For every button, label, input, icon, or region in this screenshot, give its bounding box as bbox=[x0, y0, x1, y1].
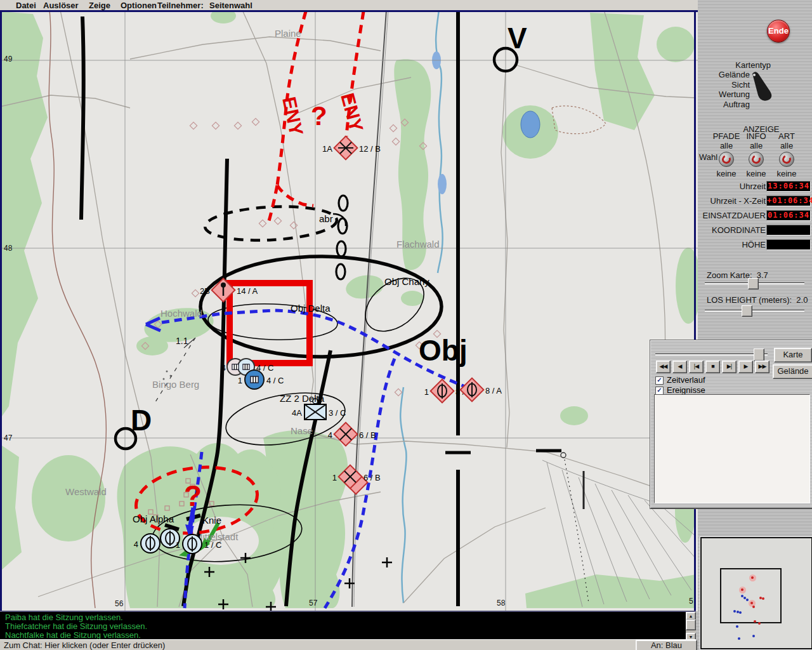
map-window[interactable]: PlaineFlachwaldHochwaldBingo BergWestwal… bbox=[0, 10, 698, 611]
anzeige-column-art: ARTallekeine bbox=[771, 131, 802, 178]
minimap-dot bbox=[733, 610, 736, 613]
los-slider-track[interactable] bbox=[705, 310, 804, 312]
clock-row: HÖHE bbox=[698, 239, 812, 250]
menu-item-optionen[interactable]: Optionen bbox=[121, 1, 157, 10]
clock-value bbox=[766, 239, 811, 250]
menu-item-datei[interactable]: Datei bbox=[16, 1, 36, 10]
overview-minimap[interactable] bbox=[700, 537, 812, 649]
chat-target-button[interactable]: An: Blau bbox=[636, 640, 697, 650]
minimap-dot bbox=[762, 597, 764, 600]
status-bar: Zum Chat: Hier klicken (oder Enter drück… bbox=[0, 639, 696, 650]
info-knob-icon[interactable] bbox=[749, 152, 764, 167]
los-slider-handle[interactable] bbox=[742, 305, 752, 317]
chat-prompt[interactable]: Zum Chat: Hier klicken (oder Enter drück… bbox=[4, 640, 165, 650]
playback-button-6-icon[interactable]: ▶▶ bbox=[755, 361, 769, 373]
anzeige-alle-label: alle bbox=[711, 141, 742, 150]
minimap-dot bbox=[739, 611, 742, 614]
minimap-dot bbox=[752, 606, 755, 608]
kartentyp-option-sicht[interactable]: Sicht bbox=[698, 80, 750, 90]
clock-value bbox=[766, 225, 811, 235]
chat-message: Thiefcatcher hat die Sitzung verlassen. bbox=[5, 622, 691, 631]
svg-text:47: 47 bbox=[4, 434, 13, 442]
svg-text:2B: 2B bbox=[200, 286, 210, 296]
playback-button-5-icon[interactable]: ▶ bbox=[738, 361, 753, 373]
svg-text:48: 48 bbox=[4, 244, 13, 253]
playback-panel: ◀◀◀|◀■▶|▶▶▶ Karte Gelände ✓Zeitverlauf✓E… bbox=[650, 340, 812, 508]
zoom-slider-label: Zoom Karte: 3.7 bbox=[707, 270, 768, 280]
map-svg[interactable]: PlaineFlachwaldHochwaldBingo BergWestwal… bbox=[0, 10, 698, 611]
clock-label: Uhrzeit bbox=[698, 182, 766, 191]
svg-text:49: 49 bbox=[4, 55, 13, 63]
anzeige-keine-label: keine bbox=[711, 169, 742, 178]
scrollbar-thumb[interactable] bbox=[686, 620, 696, 630]
minimap-dot bbox=[758, 622, 761, 625]
svg-text:D: D bbox=[131, 404, 152, 437]
chat-scrollbar[interactable]: ▲ ▼ bbox=[686, 612, 696, 640]
svg-text:V: V bbox=[508, 22, 527, 55]
menu-item-teilnehmer[interactable]: Teilnehmer: bbox=[157, 1, 204, 10]
svg-text:Flachwald: Flachwald bbox=[396, 239, 440, 249]
svg-text:1A: 1A bbox=[322, 144, 332, 154]
zoom-slider-handle[interactable] bbox=[748, 278, 759, 289]
karte-button[interactable]: Karte bbox=[774, 348, 812, 362]
time-slider-track[interactable] bbox=[655, 354, 768, 355]
minimap-dot bbox=[754, 620, 756, 623]
anzeige-column-info: INFOallekeine bbox=[741, 131, 771, 178]
menu-item-auslser[interactable]: Auslöser bbox=[43, 1, 79, 10]
anzeige-col-title: ART bbox=[771, 131, 802, 141]
minimap-dot bbox=[736, 625, 738, 628]
menu-bar: DateiAuslöserZeigeOptionenTeilnehmer:Sei… bbox=[0, 0, 698, 10]
checkbox-zeitverlauf[interactable]: ✓ bbox=[655, 376, 664, 385]
gelaende-button[interactable]: Gelände bbox=[773, 364, 812, 379]
svg-text:8 / A: 8 / A bbox=[485, 386, 502, 395]
clock-label: Uhrzeit - X-Zeit bbox=[698, 196, 766, 206]
minimap-dot bbox=[741, 588, 743, 591]
svg-text:3 / C: 3 / C bbox=[329, 408, 346, 418]
svg-text:4: 4 bbox=[134, 540, 138, 549]
playback-button-4-icon[interactable]: ▶| bbox=[722, 361, 737, 373]
svg-text:ZZ 2 Delta: ZZ 2 Delta bbox=[280, 393, 325, 404]
svg-text:?: ? bbox=[311, 101, 327, 131]
event-listbox[interactable] bbox=[654, 394, 810, 503]
ende-button[interactable]: Ende bbox=[767, 20, 790, 43]
kartentyp-option-auftrag[interactable]: Auftrag bbox=[698, 100, 750, 110]
clock-row: EINSATZDAUER01:06:34 bbox=[698, 210, 812, 221]
svg-text:Nase: Nase bbox=[291, 425, 313, 436]
anzeige-keine-label: keine bbox=[741, 169, 771, 178]
anzeige-keine-label: keine bbox=[771, 169, 802, 178]
svg-text:1.1: 1.1 bbox=[176, 336, 188, 346]
svg-text:1: 1 bbox=[238, 376, 242, 385]
art-knob-icon[interactable] bbox=[779, 152, 794, 167]
playback-button-3-icon[interactable]: ■ bbox=[705, 361, 720, 373]
pfade-knob-icon[interactable] bbox=[719, 152, 734, 167]
svg-text:1: 1 bbox=[424, 387, 429, 397]
playback-button-1-icon[interactable]: ◀ bbox=[672, 361, 687, 373]
minimap-dot bbox=[738, 637, 740, 640]
clock-row: Uhrzeit - X-Zeit+01:06:34 bbox=[698, 196, 812, 206]
chat-window[interactable]: Paiba hat die Sitzung verlassen.Thiefcat… bbox=[0, 611, 696, 640]
clock-label: HÖHE bbox=[698, 240, 766, 249]
svg-text:4: 4 bbox=[328, 430, 332, 440]
menu-item-zeige[interactable]: Zeige bbox=[89, 1, 110, 10]
clock-row: Uhrzeit13:06:34 bbox=[698, 181, 812, 192]
clock-value: 13:06:34 bbox=[766, 181, 811, 192]
svg-text:Hochwald: Hochwald bbox=[160, 308, 202, 319]
menu-item-seitenwahl[interactable]: Seitenwahl bbox=[209, 1, 252, 10]
svg-text:14 / A: 14 / A bbox=[237, 286, 258, 296]
playback-button-0-icon[interactable]: ◀◀ bbox=[656, 361, 671, 373]
kartentyp-pointer-knob[interactable] bbox=[747, 69, 780, 104]
playback-button-2-icon[interactable]: |◀ bbox=[689, 361, 704, 373]
svg-text:abr: abr bbox=[319, 213, 333, 224]
kartentyp-option-gelände[interactable]: Gelände bbox=[698, 70, 750, 80]
kartentyp-option-wertung[interactable]: Wertung bbox=[698, 90, 750, 100]
svg-text:1: 1 bbox=[176, 540, 180, 550]
chat-message: Nachtfalke hat die Sitzung verlassen. bbox=[5, 631, 691, 640]
svg-text:5: 5 bbox=[689, 597, 693, 606]
svg-text:Obj Delta: Obj Delta bbox=[291, 303, 331, 314]
clock-label: EINSATZDAUER bbox=[698, 211, 766, 220]
los-slider-label: LOS HEIGHT (meters): 2.0 bbox=[707, 295, 808, 305]
chat-message: Paiba hat die Sitzung verlassen. bbox=[5, 613, 691, 622]
svg-text:6 / B: 6 / B bbox=[363, 473, 381, 482]
kartentyp-options[interactable]: GeländeSichtWertungAuftrag bbox=[698, 70, 750, 109]
time-slider-handle[interactable] bbox=[754, 348, 764, 361]
